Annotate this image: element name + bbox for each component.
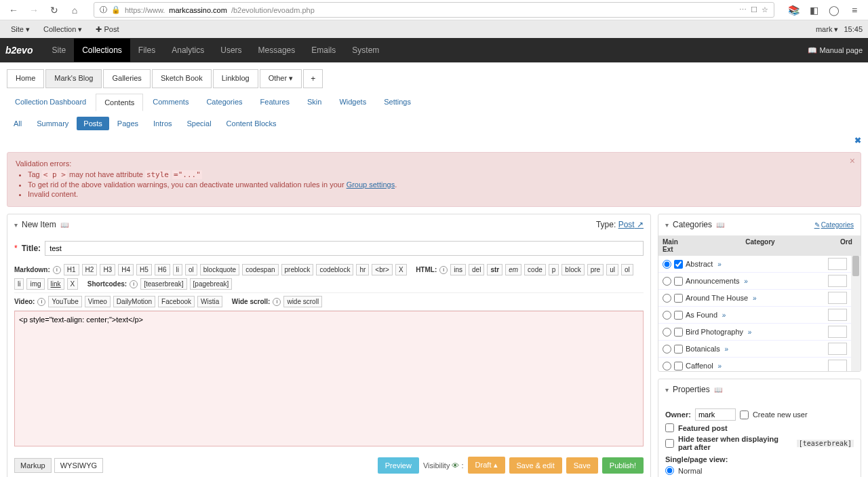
main-radio[interactable] (663, 260, 671, 269)
info-icon[interactable]: i (439, 266, 448, 274)
md-preblock[interactable]: preblock (281, 264, 314, 275)
help-icon[interactable]: 📖 (714, 386, 722, 394)
ord-input[interactable] (828, 360, 847, 371)
category-name[interactable]: Announcements » (686, 277, 828, 285)
md-br[interactable]: <br> (372, 264, 393, 275)
star-icon[interactable]: ☆ (762, 5, 768, 14)
hide-teaser-checkbox[interactable] (665, 439, 674, 448)
category-name[interactable]: As Found » (686, 311, 828, 319)
more-icon[interactable]: ⋯ (739, 5, 747, 14)
site-dropdown[interactable]: Site ▾ (5, 23, 35, 36)
ord-input[interactable] (828, 309, 847, 321)
tab-contents[interactable]: Contents (96, 94, 143, 111)
ord-input[interactable] (828, 292, 847, 304)
ext-checkbox[interactable] (674, 294, 683, 303)
create-user-checkbox[interactable] (740, 411, 749, 419)
category-name[interactable]: Caffenol » (686, 362, 828, 370)
owner-input[interactable] (695, 408, 736, 421)
md-x[interactable]: X (395, 264, 407, 275)
nav-files[interactable]: Files (130, 39, 163, 62)
html-block[interactable]: block (561, 264, 584, 275)
save-button[interactable]: Save (566, 457, 598, 474)
md-h4[interactable]: H4 (118, 264, 134, 275)
back-button[interactable]: ← (5, 2, 22, 18)
content-textarea[interactable] (14, 311, 644, 446)
eye-icon[interactable]: 👁 (452, 461, 459, 470)
tab-categories[interactable]: Categories (198, 94, 250, 111)
widescroll-btn[interactable]: wide scroll (283, 296, 322, 307)
md-h3[interactable]: H3 (100, 264, 115, 275)
vid-vimeo[interactable]: Vimeo (85, 296, 111, 307)
dismiss-x-icon[interactable]: ✖ (854, 136, 861, 145)
tab-content-blocks[interactable]: Content Blocks (220, 117, 283, 130)
tab-comments[interactable]: Comments (144, 94, 197, 111)
md-hr[interactable]: hr (356, 264, 369, 275)
nav-messages[interactable]: Messages (250, 39, 304, 62)
html-x[interactable]: X (67, 278, 79, 290)
ext-checkbox[interactable] (674, 345, 683, 354)
tab-other[interactable]: Other ▾ (260, 69, 302, 88)
publish-button[interactable]: Publish! (602, 457, 644, 474)
ext-checkbox[interactable] (674, 277, 683, 286)
ord-input[interactable] (828, 275, 847, 287)
manual-link[interactable]: 📖 Manual page (808, 46, 863, 55)
categories-scrollbar[interactable] (851, 256, 861, 371)
tab-special[interactable]: Special (180, 117, 218, 130)
ord-input[interactable] (828, 326, 847, 338)
html-del[interactable]: del (469, 264, 484, 275)
html-code[interactable]: code (524, 264, 546, 275)
html-li[interactable]: li (14, 278, 24, 290)
vid-dailymotion[interactable]: DailyMotion (113, 296, 155, 307)
ext-checkbox[interactable] (674, 311, 683, 320)
preview-button[interactable]: Preview (378, 457, 419, 474)
type-link[interactable]: Post ↗ (618, 220, 644, 229)
info-icon[interactable]: i (273, 298, 281, 306)
library-icon[interactable]: 📚 (785, 2, 802, 18)
add-collection-button[interactable]: + (303, 69, 323, 88)
md-codespan[interactable]: codespan (242, 264, 278, 275)
md-h6[interactable]: H6 (155, 264, 170, 275)
html-ins[interactable]: ins (450, 264, 466, 275)
chevron-down-icon[interactable]: ▾ (14, 221, 18, 229)
menu-icon[interactable]: ≡ (846, 2, 863, 18)
tab-linkblog[interactable]: Linkblog (213, 69, 258, 88)
tab-features[interactable]: Features (252, 94, 298, 111)
info-icon[interactable]: i (37, 298, 45, 306)
html-str[interactable]: str (487, 264, 502, 275)
category-name[interactable]: Around The House » (686, 294, 828, 302)
tab-intros[interactable]: Intros (146, 117, 179, 130)
nav-system[interactable]: System (344, 39, 387, 62)
home-button[interactable]: ⌂ (66, 2, 83, 18)
html-ul[interactable]: ul (606, 264, 618, 275)
main-radio[interactable] (663, 277, 671, 286)
url-bar[interactable]: ⓘ 🔒 https://www.markcassino.com/b2evolut… (94, 2, 774, 18)
tab-galleries[interactable]: Galleries (103, 69, 150, 88)
main-radio[interactable] (663, 345, 671, 354)
save-edit-button[interactable]: Save & edit (509, 457, 562, 474)
html-pre[interactable]: pre (587, 264, 604, 275)
collection-dropdown[interactable]: Collection ▾ (38, 23, 87, 36)
tab-posts[interactable]: Posts (77, 117, 109, 130)
html-ol[interactable]: ol (621, 264, 633, 275)
md-blockquote[interactable]: blockquote (200, 264, 239, 275)
info-icon[interactable]: i (53, 266, 61, 274)
tab-pages[interactable]: Pages (111, 117, 145, 130)
html-p[interactable]: p (549, 264, 559, 275)
tab-all[interactable]: All (7, 117, 28, 130)
markup-tab[interactable]: Markup (14, 458, 52, 473)
md-li[interactable]: li (173, 264, 182, 275)
category-name[interactable]: Bird Photography » (686, 328, 828, 336)
main-radio[interactable] (663, 294, 671, 303)
tab-settings[interactable]: Settings (376, 94, 419, 111)
ord-input[interactable] (828, 258, 847, 270)
tab-sketch-book[interactable]: Sketch Book (152, 69, 212, 88)
category-name[interactable]: Botanicals » (686, 345, 828, 353)
tab-dashboard[interactable]: Collection Dashboard (7, 94, 94, 111)
sc-teaserbreak[interactable]: [teaserbreak] (140, 278, 186, 290)
tab-skin[interactable]: Skin (299, 94, 330, 111)
tab-widgets[interactable]: Widgets (331, 94, 374, 111)
sc-pagebreak[interactable]: [pagebreak] (190, 278, 233, 290)
nav-users[interactable]: Users (212, 39, 250, 62)
alert-close-icon[interactable]: × (850, 155, 855, 166)
nav-analytics[interactable]: Analytics (163, 39, 212, 62)
